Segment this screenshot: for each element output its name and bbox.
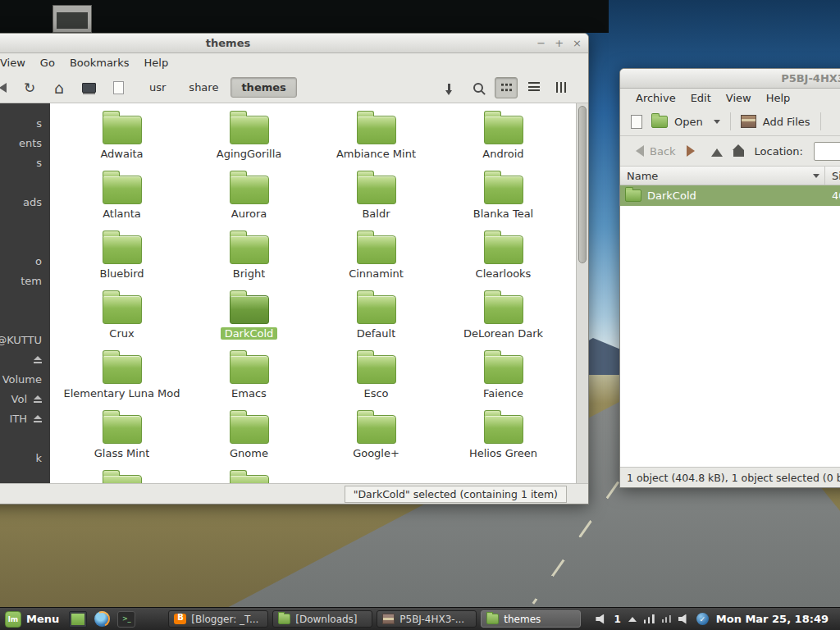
menu-item[interactable]: Archive [628, 90, 683, 106]
view-toggle-icon[interactable] [523, 77, 546, 98]
folder-item[interactable]: Crux [58, 288, 185, 348]
toolbar-icon[interactable] [21, 79, 39, 97]
launcher-icon[interactable] [69, 611, 87, 628]
sidebar-item[interactable] [0, 349, 50, 369]
folder-item[interactable] [185, 468, 313, 483]
archive-row[interactable]: DarkCold 404.8 kB [620, 185, 840, 206]
sidebar-item[interactable]: s [0, 153, 50, 172]
taskbar-window-button[interactable]: [Blogger: _T... [168, 610, 268, 628]
view-toggle-icon[interactable] [495, 77, 518, 98]
folder-item[interactable]: Esco [313, 348, 440, 408]
folder-item[interactable]: Default [313, 288, 440, 348]
folder-item[interactable]: AgingGorilla [185, 108, 313, 168]
folder-item[interactable]: Blanka Teal [440, 168, 567, 228]
sidebar-item[interactable]: s [0, 113, 50, 133]
launcher-icon[interactable] [94, 611, 110, 627]
tray-icon[interactable] [662, 615, 671, 623]
close-button[interactable]: × [573, 37, 582, 49]
folder-item[interactable]: Android [440, 108, 567, 168]
path-button[interactable]: themes [231, 77, 296, 98]
sidebar-item[interactable] [0, 172, 50, 192]
folder-item[interactable]: Glass Mint [58, 408, 185, 468]
tray-icon[interactable] [628, 617, 637, 622]
folder-item[interactable]: Faience [440, 348, 567, 408]
sidebar-item[interactable]: ads [0, 192, 50, 212]
taskbar-window-button[interactable]: [Downloads] [272, 610, 372, 628]
sidebar-item[interactable]: k [0, 448, 50, 468]
menu-item[interactable]: Go [33, 55, 62, 71]
tray-icon[interactable] [644, 614, 655, 623]
folder-item[interactable]: DeLorean Dark [440, 288, 567, 348]
sidebar-item[interactable]: @KUTTU [0, 330, 50, 349]
menu-button[interactable]: Menu [0, 608, 69, 630]
sidebar-item[interactable] [0, 290, 50, 310]
taskbar-window-button[interactable]: P5BJ-4HX3-... [377, 610, 477, 628]
sort-caret-icon[interactable] [813, 174, 819, 178]
menu-item[interactable]: Help [137, 55, 176, 71]
forward-button[interactable] [687, 145, 701, 157]
sidebar-item[interactable]: ents [0, 133, 50, 153]
back-button[interactable]: Back [630, 145, 676, 158]
tray-icon[interactable] [678, 614, 689, 624]
folder-item[interactable]: Adwaita [58, 108, 185, 168]
sidebar-item[interactable] [0, 310, 50, 330]
maximize-button[interactable]: + [555, 37, 564, 49]
menu-item[interactable]: View [0, 55, 33, 71]
view-toggle-icon[interactable] [439, 77, 462, 98]
sidebar-item[interactable]: Vol [0, 389, 50, 409]
menu-item[interactable]: Bookmarks [62, 55, 137, 71]
folder-item[interactable] [58, 468, 185, 483]
sidebar-item[interactable]: Volume [0, 369, 50, 389]
folder-item[interactable]: Elementary Luna Mod [58, 348, 185, 408]
location-input[interactable] [814, 142, 840, 161]
path-button[interactable]: share [178, 77, 229, 98]
sidebar-item[interactable] [0, 212, 50, 231]
sidebar-item[interactable]: tem [0, 271, 50, 290]
toolbar-icon[interactable] [109, 79, 127, 97]
folder-item[interactable]: Aurora [185, 168, 313, 228]
home-button[interactable] [733, 150, 744, 157]
folder-item[interactable]: DarkCold [185, 288, 313, 348]
view-toggle-icon[interactable] [550, 77, 573, 98]
sidebar-item[interactable] [0, 428, 50, 448]
launcher-icon[interactable] [117, 611, 135, 628]
eject-icon[interactable] [34, 395, 42, 399]
scrollbar-thumb[interactable] [578, 106, 587, 263]
menu-item[interactable]: Help [759, 90, 798, 106]
folder-item[interactable]: Cinnamint [313, 228, 440, 288]
folder-item[interactable]: Helios Green [440, 408, 567, 468]
add-files-icon[interactable] [741, 115, 756, 128]
up-button[interactable] [711, 143, 723, 157]
folder-item[interactable]: Gnome [185, 408, 313, 468]
folder-item[interactable]: Google+ [313, 408, 440, 468]
indicator-icon[interactable] [596, 614, 606, 624]
open-button[interactable]: Open [674, 116, 703, 128]
folder-item[interactable]: Bright [185, 228, 313, 288]
taskbar-window-button[interactable]: themes [481, 610, 581, 628]
menu-item[interactable]: Edit [683, 90, 719, 106]
toolbar-icon[interactable] [80, 79, 98, 97]
column-header-size[interactable]: Size [825, 167, 840, 185]
folder-item[interactable]: Baldr [313, 168, 440, 228]
clock[interactable]: Mon Mar 25, 18:49 [716, 613, 829, 625]
eject-icon[interactable] [34, 415, 42, 419]
minimize-button[interactable]: − [536, 37, 546, 49]
view-toggle-icon[interactable] [467, 77, 490, 98]
sidebar-item[interactable] [0, 231, 50, 251]
sidebar-item[interactable]: o [0, 251, 50, 271]
toolbar-icon[interactable] [50, 79, 68, 97]
add-files-button[interactable]: Add Files [763, 116, 810, 128]
toolbar-icon[interactable] [0, 79, 9, 97]
folder-item[interactable]: Clearlooks [440, 228, 567, 288]
folder-item[interactable]: Emacs [185, 348, 313, 408]
open-dropdown-caret[interactable] [714, 120, 720, 124]
folder-item[interactable]: Bluebird [58, 228, 185, 288]
folder-item[interactable]: Atlanta [58, 168, 185, 228]
tray-icon[interactable] [696, 613, 709, 625]
path-button[interactable]: usr [139, 77, 176, 98]
titlebar[interactable]: P5BJ-4HX3 − + × [620, 69, 840, 89]
menu-item[interactable]: View [719, 90, 759, 106]
extract-icon[interactable] [628, 114, 645, 129]
folder-item[interactable]: Ambiance Mint [313, 108, 440, 168]
open-folder-icon[interactable] [651, 116, 668, 128]
